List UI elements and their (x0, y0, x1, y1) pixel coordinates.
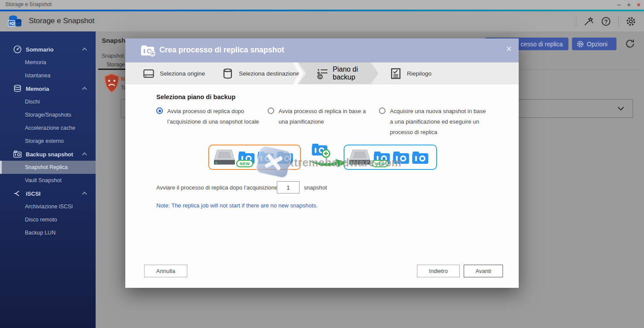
step-seleziona-origine: Seleziona origine (143, 62, 205, 84)
sidebar-label: Accelerazione cache (25, 125, 75, 131)
dialog-title: Crea processo di replica snapshot (159, 45, 284, 55)
gauge-icon (13, 45, 22, 54)
sidebar-label: Dischi (25, 99, 40, 105)
sidebar-item-disco-remoto[interactable]: Disco remoto (0, 213, 96, 226)
back-button[interactable]: Indietro (417, 265, 460, 277)
nas-drive-icon (214, 149, 235, 166)
cancel-button[interactable]: Annulla (144, 265, 187, 277)
sidebar-label: Archiviazione iSCSI (25, 204, 73, 210)
sidebar-item-istantanea[interactable]: Istantanea (0, 69, 96, 82)
button-label: cesso di replica (521, 41, 563, 48)
wizard-steps: Seleziona origine Seleziona destinazione (125, 62, 519, 84)
snapshot-icon (412, 151, 428, 164)
app-title: Storage e Snapshot (29, 17, 94, 25)
storage-snapshot-app-icon (8, 15, 22, 28)
minimize-button[interactable]: – (617, 0, 621, 10)
iscsi-arrow-icon (13, 189, 22, 198)
sidebar-section-backup-snapshot[interactable]: Backup snapshot (0, 148, 96, 161)
disk-drive-icon (143, 68, 155, 79)
sidebar-item-storage-snapshots[interactable]: Storage/Snapshots (0, 108, 96, 121)
sidebar-item-memoria-sommario[interactable]: Memoria (0, 56, 96, 69)
chevron-up-icon (82, 192, 87, 197)
divider (618, 17, 619, 26)
sidebar-item-vault-snapshot[interactable]: Vault Snapshot (0, 174, 96, 187)
page-title: Snapsh (102, 37, 125, 44)
chevron-up-icon (82, 48, 87, 52)
sidebar-section-memoria[interactable]: Memoria (0, 82, 96, 95)
radio-icon[interactable] (268, 107, 274, 114)
watermark-text: xtremehardware.com (288, 156, 402, 169)
sidebar-label: Memoria (25, 59, 46, 66)
sidebar-label: iSCSI (26, 190, 41, 197)
new-snapshot-plus-icon (312, 143, 327, 155)
sidebar-label: Storage/Snapshots (25, 112, 71, 118)
sidebar-label: Snapshot Replica (25, 164, 68, 170)
replica-camera-icon (141, 45, 156, 57)
next-button[interactable]: Avanti (464, 265, 503, 277)
help-icon[interactable]: ? (601, 16, 611, 27)
sidebar-label: Backup LUN (25, 230, 55, 236)
radio-label: Avvia processo di replica in base a una … (279, 106, 369, 127)
radio-selected-icon[interactable] (156, 107, 163, 114)
window-title: Storage e Snapshot (5, 1, 52, 7)
maximize-button[interactable]: + (627, 0, 631, 10)
note-text: Note: The replica job will not start if … (156, 202, 318, 209)
radio-option-replica-on-schedule[interactable]: Avvia processo di replica in base a una … (268, 106, 369, 127)
radio-label: Acquisire una nuova snapshot in base a u… (390, 106, 487, 138)
sidebar-item-snapshot-replica[interactable]: Snapshot Replica (0, 161, 96, 174)
app-header-actions: ? (576, 11, 636, 31)
step-label: Seleziona origine (160, 70, 205, 77)
sidebar-item-archiviazione-iscsi[interactable]: Archiviazione iSCSI (0, 200, 96, 213)
create-replica-job-dialog: Crea processo di replica snapshot × Sele… (125, 38, 519, 288)
step-piano-di-backup-active: Piano di backup (298, 62, 379, 84)
radio-option-new-snapshot-and-replica[interactable]: Acquisire una nuova snapshot in base a u… (379, 106, 487, 138)
step-riepilogo: Riepilogo (390, 62, 431, 84)
step-label: Riepilogo (407, 70, 431, 77)
backup-plan-icon (317, 68, 328, 79)
snapshot-camera-icon (13, 150, 22, 159)
window-titlebar: Storage e Snapshot – + × (0, 0, 644, 10)
chevron-up-icon (82, 152, 87, 157)
step-seleziona-destinazione: Seleziona destinazione (222, 62, 300, 84)
settings-gear-icon[interactable] (626, 16, 636, 27)
new-badge: NEW (236, 160, 253, 167)
wizard-wand-icon[interactable] (583, 16, 594, 27)
divider (576, 17, 576, 26)
tab-snapshot[interactable]: Snapshot (102, 53, 124, 59)
window-controls: – + × (617, 0, 641, 10)
storage-stack-icon (13, 84, 22, 93)
button-label: Opzioni (587, 41, 607, 48)
snapshot-icon-new: NEW (238, 151, 255, 164)
sidebar-label: Sommario (26, 46, 54, 53)
sidebar-label: Backup snapshot (26, 151, 73, 158)
step-label: Seleziona destinazione (239, 70, 300, 77)
snapshot-count-input[interactable] (277, 181, 300, 193)
screen: Storage e Snapshot – + × Storage e Snaps… (0, 0, 644, 328)
close-icon[interactable]: × (506, 43, 512, 55)
app-header: Storage e Snapshot ? (0, 11, 644, 31)
close-window-button[interactable]: × (637, 0, 641, 10)
radio-option-replica-after-local-snapshot[interactable]: Avvia processo di replica dopo l’acquisi… (156, 106, 260, 127)
summary-clipboard-icon (390, 68, 402, 79)
sidebar-item-dischi[interactable]: Dischi (0, 95, 96, 108)
sidebar-item-backup-lun[interactable]: Backup LUN (0, 226, 96, 239)
sidebar-label: Istantanea (25, 73, 50, 79)
sidebar-section-iscsi[interactable]: iSCSI (0, 187, 96, 200)
sidebar-item-accelerazione-cache[interactable]: Accelerazione cache (0, 121, 96, 135)
watermark-logo (255, 145, 293, 179)
sidebar-item-storage-esterno[interactable]: Storage esterno (0, 135, 96, 148)
sidebar: Sommario Memoria Istantanea Memoria Disc… (0, 31, 96, 328)
warning-shield-icon (104, 73, 120, 93)
radio-label: Avvia processo di replica dopo l’acquisi… (167, 106, 260, 127)
radio-icon[interactable] (379, 107, 386, 114)
options-button[interactable]: Opzioni (572, 38, 616, 50)
sidebar-label: Vault Snapshot (25, 177, 62, 183)
subtab-storage[interactable]: Storage (107, 62, 125, 68)
sidebar-label: Storage esterno (25, 138, 64, 144)
refresh-icon[interactable] (624, 38, 636, 49)
sidebar-section-sommario[interactable]: Sommario (0, 43, 96, 56)
chevron-down-icon (618, 104, 624, 110)
gear-icon (576, 40, 584, 48)
cylinder-icon (222, 68, 234, 79)
step-label: Piano di backup (333, 66, 379, 81)
